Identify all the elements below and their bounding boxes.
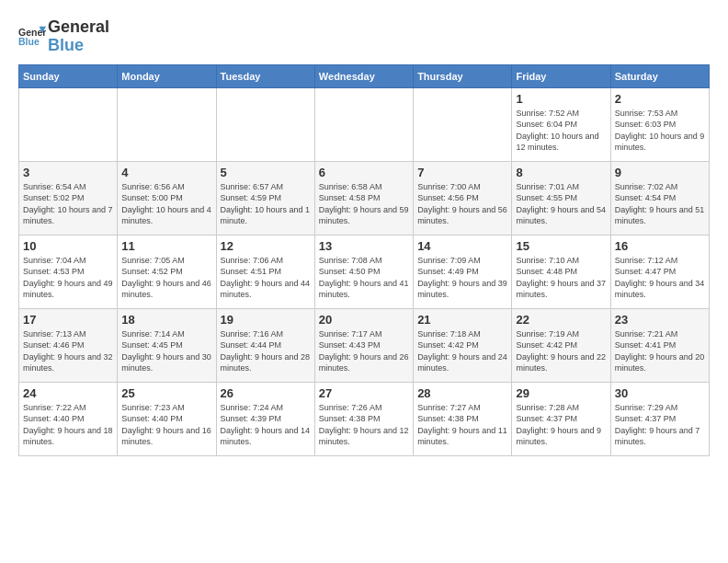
day-info: Sunrise: 7:17 AM Sunset: 4:43 PM Dayligh… (319, 328, 409, 374)
day-number: 2 (615, 92, 705, 106)
calendar-cell: 24Sunrise: 7:22 AM Sunset: 4:40 PM Dayli… (19, 382, 118, 455)
day-number: 11 (121, 239, 211, 253)
logo-icon: General Blue (18, 23, 46, 51)
weekday-header: Saturday (610, 64, 709, 87)
calendar-cell: 30Sunrise: 7:29 AM Sunset: 4:37 PM Dayli… (610, 382, 709, 455)
calendar-cell: 8Sunrise: 7:01 AM Sunset: 4:55 PM Daylig… (512, 161, 610, 235)
calendar-cell (414, 87, 512, 161)
calendar-cell: 22Sunrise: 7:19 AM Sunset: 4:42 PM Dayli… (512, 308, 610, 382)
calendar-cell: 27Sunrise: 7:26 AM Sunset: 4:38 PM Dayli… (314, 382, 413, 455)
week-row: 10Sunrise: 7:04 AM Sunset: 4:53 PM Dayli… (19, 235, 710, 308)
calendar-cell: 1Sunrise: 7:52 AM Sunset: 6:04 PM Daylig… (512, 87, 610, 161)
calendar-cell (216, 87, 314, 161)
page-header: General Blue General Blue (18, 18, 710, 55)
day-number: 5 (221, 166, 311, 179)
weekday-header: Monday (118, 64, 216, 87)
day-number: 28 (417, 386, 507, 400)
calendar-cell: 16Sunrise: 7:12 AM Sunset: 4:47 PM Dayli… (610, 235, 709, 308)
day-info: Sunrise: 7:01 AM Sunset: 4:55 PM Dayligh… (516, 181, 606, 227)
day-number: 12 (221, 239, 311, 253)
day-number: 24 (23, 386, 113, 400)
day-info: Sunrise: 6:56 AM Sunset: 5:00 PM Dayligh… (121, 181, 211, 227)
day-number: 9 (615, 166, 705, 179)
calendar-cell: 20Sunrise: 7:17 AM Sunset: 4:43 PM Dayli… (314, 308, 413, 382)
day-number: 15 (516, 239, 606, 253)
logo-text: General Blue (48, 18, 109, 55)
calendar-cell: 23Sunrise: 7:21 AM Sunset: 4:41 PM Dayli… (610, 308, 709, 382)
calendar-cell: 9Sunrise: 7:02 AM Sunset: 4:54 PM Daylig… (610, 161, 709, 235)
day-number: 10 (23, 239, 113, 253)
day-number: 17 (23, 313, 113, 327)
day-number: 22 (516, 313, 606, 327)
day-info: Sunrise: 6:58 AM Sunset: 4:58 PM Dayligh… (319, 181, 409, 227)
day-number: 23 (615, 313, 705, 327)
weekday-header: Tuesday (216, 64, 314, 87)
day-info: Sunrise: 6:54 AM Sunset: 5:02 PM Dayligh… (23, 181, 113, 227)
calendar-cell: 21Sunrise: 7:18 AM Sunset: 4:42 PM Dayli… (414, 308, 512, 382)
calendar-cell: 28Sunrise: 7:27 AM Sunset: 4:38 PM Dayli… (414, 382, 512, 455)
calendar-cell: 14Sunrise: 7:09 AM Sunset: 4:49 PM Dayli… (414, 235, 512, 308)
calendar-cell: 18Sunrise: 7:14 AM Sunset: 4:45 PM Dayli… (118, 308, 216, 382)
day-number: 26 (221, 386, 311, 400)
calendar-cell: 4Sunrise: 6:56 AM Sunset: 5:00 PM Daylig… (118, 161, 216, 235)
calendar-cell: 6Sunrise: 6:58 AM Sunset: 4:58 PM Daylig… (314, 161, 413, 235)
weekday-header: Wednesday (314, 64, 413, 87)
day-number: 1 (516, 92, 606, 106)
day-number: 13 (319, 239, 409, 253)
day-info: Sunrise: 7:14 AM Sunset: 4:45 PM Dayligh… (121, 328, 211, 374)
week-row: 1Sunrise: 7:52 AM Sunset: 6:04 PM Daylig… (19, 87, 710, 161)
day-info: Sunrise: 7:21 AM Sunset: 4:41 PM Dayligh… (615, 328, 705, 374)
day-info: Sunrise: 7:26 AM Sunset: 4:38 PM Dayligh… (319, 402, 409, 448)
day-number: 29 (516, 386, 606, 400)
day-info: Sunrise: 7:24 AM Sunset: 4:39 PM Dayligh… (221, 402, 311, 448)
calendar-cell: 11Sunrise: 7:05 AM Sunset: 4:52 PM Dayli… (118, 235, 216, 308)
day-info: Sunrise: 7:02 AM Sunset: 4:54 PM Dayligh… (615, 181, 705, 227)
day-number: 19 (221, 313, 311, 327)
calendar-header: SundayMondayTuesdayWednesdayThursdayFrid… (19, 64, 710, 87)
calendar-cell: 3Sunrise: 6:54 AM Sunset: 5:02 PM Daylig… (19, 161, 118, 235)
day-info: Sunrise: 7:04 AM Sunset: 4:53 PM Dayligh… (23, 255, 113, 301)
day-info: Sunrise: 7:05 AM Sunset: 4:52 PM Dayligh… (121, 255, 211, 301)
calendar-cell: 2Sunrise: 7:53 AM Sunset: 6:03 PM Daylig… (610, 87, 709, 161)
day-info: Sunrise: 7:27 AM Sunset: 4:38 PM Dayligh… (417, 402, 507, 448)
calendar-cell (314, 87, 413, 161)
day-info: Sunrise: 7:09 AM Sunset: 4:49 PM Dayligh… (417, 255, 507, 301)
calendar-body: 1Sunrise: 7:52 AM Sunset: 6:04 PM Daylig… (19, 87, 710, 455)
day-number: 3 (23, 166, 113, 179)
day-info: Sunrise: 7:06 AM Sunset: 4:51 PM Dayligh… (221, 255, 311, 301)
day-number: 6 (319, 166, 409, 179)
weekday-header: Friday (512, 64, 610, 87)
day-number: 30 (615, 386, 705, 400)
day-number: 20 (319, 313, 409, 327)
day-info: Sunrise: 7:18 AM Sunset: 4:42 PM Dayligh… (417, 328, 507, 374)
day-info: Sunrise: 7:08 AM Sunset: 4:50 PM Dayligh… (319, 255, 409, 301)
day-info: Sunrise: 7:29 AM Sunset: 4:37 PM Dayligh… (615, 402, 705, 448)
calendar-cell: 13Sunrise: 7:08 AM Sunset: 4:50 PM Dayli… (314, 235, 413, 308)
day-info: Sunrise: 7:10 AM Sunset: 4:48 PM Dayligh… (516, 255, 606, 301)
calendar-cell: 15Sunrise: 7:10 AM Sunset: 4:48 PM Dayli… (512, 235, 610, 308)
week-row: 24Sunrise: 7:22 AM Sunset: 4:40 PM Dayli… (19, 382, 710, 455)
day-number: 25 (121, 386, 211, 400)
day-number: 8 (516, 166, 606, 179)
day-info: Sunrise: 7:22 AM Sunset: 4:40 PM Dayligh… (23, 402, 113, 448)
calendar-cell: 29Sunrise: 7:28 AM Sunset: 4:37 PM Dayli… (512, 382, 610, 455)
weekday-row: SundayMondayTuesdayWednesdayThursdayFrid… (19, 64, 710, 87)
day-info: Sunrise: 7:00 AM Sunset: 4:56 PM Dayligh… (417, 181, 507, 227)
day-info: Sunrise: 7:28 AM Sunset: 4:37 PM Dayligh… (516, 402, 606, 448)
calendar-table: SundayMondayTuesdayWednesdayThursdayFrid… (18, 64, 710, 456)
day-info: Sunrise: 7:19 AM Sunset: 4:42 PM Dayligh… (516, 328, 606, 374)
logo: General Blue General Blue (18, 18, 109, 55)
calendar-cell (19, 87, 118, 161)
calendar-cell: 7Sunrise: 7:00 AM Sunset: 4:56 PM Daylig… (414, 161, 512, 235)
calendar-cell (118, 87, 216, 161)
weekday-header: Sunday (19, 64, 118, 87)
day-number: 14 (417, 239, 507, 253)
weekday-header: Thursday (414, 64, 512, 87)
day-info: Sunrise: 7:12 AM Sunset: 4:47 PM Dayligh… (615, 255, 705, 301)
day-info: Sunrise: 6:57 AM Sunset: 4:59 PM Dayligh… (221, 181, 311, 227)
calendar-cell: 5Sunrise: 6:57 AM Sunset: 4:59 PM Daylig… (216, 161, 314, 235)
calendar-cell: 12Sunrise: 7:06 AM Sunset: 4:51 PM Dayli… (216, 235, 314, 308)
day-number: 27 (319, 386, 409, 400)
calendar-cell: 19Sunrise: 7:16 AM Sunset: 4:44 PM Dayli… (216, 308, 314, 382)
day-info: Sunrise: 7:52 AM Sunset: 6:04 PM Dayligh… (516, 108, 606, 154)
